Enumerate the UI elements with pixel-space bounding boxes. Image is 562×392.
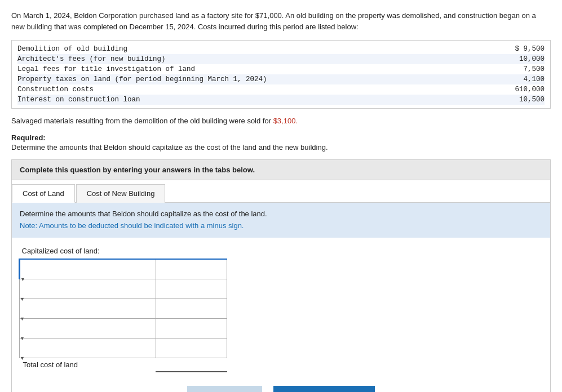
cost-amount-3: 7,500	[499, 65, 545, 73]
salvage-amount: $3,100.	[273, 117, 298, 125]
prev-button[interactable]: < Cost of Land	[187, 386, 262, 392]
cost-label-6: Interest on construction loan	[17, 96, 499, 104]
cost-row-6: Interest on construction loan 10,500	[17, 95, 545, 105]
cap-input-left-1[interactable]	[20, 255, 156, 274]
costs-table: Demolition of old building $ 9,500 Archi…	[11, 40, 551, 109]
cost-label-5: Construction costs	[17, 86, 499, 93]
cap-input-right-5[interactable]	[156, 344, 227, 352]
dropdown-arrow-5[interactable]: ▼	[20, 355, 25, 361]
cap-left-cell-5[interactable]: ▼	[20, 338, 156, 358]
tabs-row: Cost of Land Cost of New Building	[12, 180, 550, 203]
required-label: Required:	[11, 133, 551, 142]
cost-label-1: Demolition of old building	[17, 45, 499, 53]
required-text: Determine the amounts that Beldon should…	[11, 143, 551, 152]
tabs-section: Cost of Land Cost of New Building Determ…	[11, 180, 551, 393]
cost-row-1: Demolition of old building $ 9,500	[17, 44, 545, 54]
cap-input-right-2[interactable]	[156, 284, 227, 293]
next-button[interactable]: Cost of New Building >	[273, 386, 375, 392]
cost-amount-1: $ 9,500	[499, 45, 545, 53]
cost-amount-4: 4,100	[499, 75, 545, 83]
cap-right-cell-4[interactable]	[156, 318, 227, 338]
instruction-box: Complete this question by entering your …	[11, 159, 551, 180]
cost-label-2: Architect's fees (for new building)	[17, 55, 499, 63]
cost-row-2: Architect's fees (for new building) 10,0…	[17, 54, 545, 64]
cost-amount-2: 10,000	[499, 55, 545, 63]
intro-text: On March 1, 2024, Beldon Corporation pur…	[11, 10, 551, 32]
cap-input-left-4[interactable]	[20, 314, 156, 333]
cost-label-3: Legal fees for title investigation of la…	[17, 65, 499, 73]
cost-amount-6: 10,500	[499, 96, 545, 104]
tab-cost-new-building[interactable]: Cost of New Building	[76, 184, 166, 203]
cost-row-5: Construction costs 610,000	[17, 84, 545, 95]
cost-amount-5: 610,000	[499, 86, 545, 93]
cap-right-cell-5[interactable]	[156, 338, 227, 358]
salvage-text: Salvaged materials resulting from the de…	[11, 115, 551, 127]
cap-data-row-5[interactable]: ▼	[20, 338, 227, 358]
cap-input-left-2[interactable]	[20, 275, 156, 294]
tab-content: Determine the amounts that Beldon should…	[12, 203, 550, 372]
tab-desc-note: Note: Amounts to be deducted should be i…	[20, 220, 542, 232]
bottom-nav: < Cost of Land Cost of New Building >	[12, 378, 550, 392]
cap-input-left-5[interactable]	[20, 334, 156, 353]
capitalized-cost-table: Capitalized cost of land: ▼ ▼	[19, 243, 227, 372]
required-section: Required: Determine the amounts that Bel…	[11, 133, 551, 152]
cost-row-3: Legal fees for title investigation of la…	[17, 64, 545, 74]
cap-right-cell-3[interactable]	[156, 299, 227, 318]
cost-row-4: Property taxes on land (for period begin…	[17, 74, 545, 84]
total-value[interactable]	[156, 358, 227, 372]
cap-input-right-1[interactable]	[156, 265, 227, 273]
tab-cost-land[interactable]: Cost of Land	[12, 184, 75, 203]
tab-description: Determine the amounts that Beldon should…	[12, 203, 550, 238]
cap-right-cell-1[interactable]	[156, 259, 227, 279]
cap-input-right-3[interactable]	[156, 304, 227, 313]
tab-new-building-label: Cost of New Building	[87, 189, 155, 198]
total-label: Total cost of land	[20, 358, 156, 372]
cost-label-4: Property taxes on land (for period begin…	[17, 75, 499, 83]
cap-right-cell-2[interactable]	[156, 279, 227, 299]
cap-input-left-3[interactable]	[20, 295, 156, 314]
tab-desc-main: Determine the amounts that Beldon should…	[20, 208, 542, 220]
total-input[interactable]	[159, 360, 223, 369]
cap-input-right-4[interactable]	[156, 324, 227, 332]
total-row: Total cost of land	[20, 358, 227, 372]
